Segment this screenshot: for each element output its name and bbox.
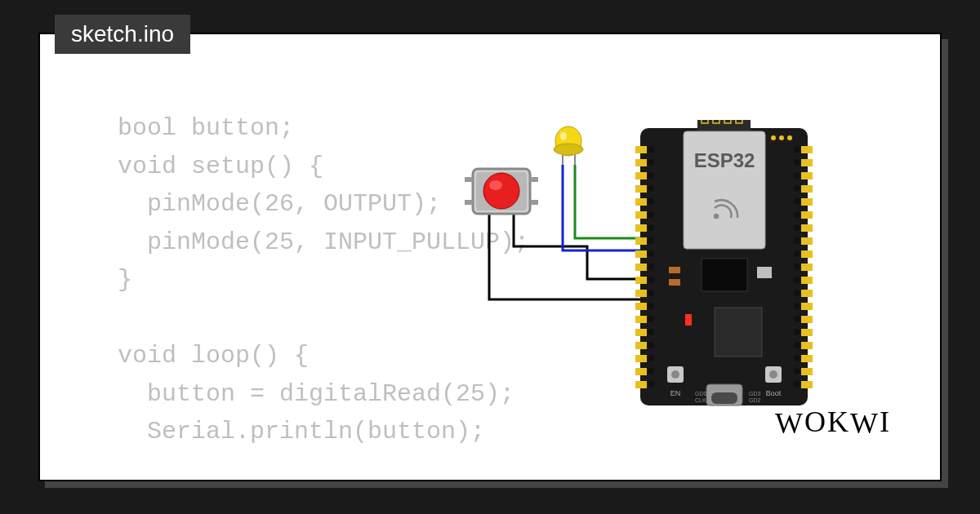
svg-rect-23 (635, 224, 647, 232)
svg-point-92 (794, 381, 800, 388)
svg-rect-63 (801, 250, 813, 258)
svg-rect-17 (635, 146, 647, 153)
en-button[interactable] (667, 366, 684, 383)
svg-point-93 (715, 215, 718, 218)
svg-point-79 (794, 211, 800, 218)
espressif-logo-icon (715, 200, 737, 218)
wire-black-button (514, 214, 653, 279)
svg-text:CLK: CLK (695, 397, 706, 403)
code-line: pinMode(25, INPUT_PULLUP); (118, 228, 529, 256)
svg-rect-34 (635, 368, 647, 375)
svg-rect-15 (640, 128, 808, 405)
svg-point-38 (648, 172, 654, 179)
svg-point-95 (779, 135, 784, 140)
en-button-label: EN (670, 389, 681, 397)
svg-text:GD2: GD2 (749, 397, 761, 403)
svg-point-88 (794, 329, 800, 335)
svg-point-76 (794, 172, 800, 179)
power-led-icon (685, 314, 692, 326)
led-component[interactable] (554, 126, 583, 165)
code-line: pinMode(26, OUTPUT); (118, 190, 441, 218)
svg-text:GD0: GD0 (695, 391, 707, 397)
chip-icon (702, 259, 747, 291)
svg-rect-98 (669, 279, 680, 286)
svg-rect-11 (530, 177, 538, 182)
svg-rect-71 (801, 355, 813, 362)
svg-rect-27 (635, 277, 647, 284)
svg-point-96 (787, 135, 792, 140)
svg-rect-58 (801, 185, 813, 193)
code-editor[interactable]: bool button; void setup() { pinMode(26, … (118, 109, 529, 451)
svg-point-50 (648, 329, 654, 335)
wire-blue-led (563, 165, 653, 250)
svg-rect-61 (801, 224, 813, 232)
svg-point-39 (648, 185, 654, 192)
code-line: button = digitalRead(25); (118, 380, 514, 408)
svg-point-43 (648, 237, 654, 244)
svg-point-46 (648, 277, 654, 283)
pin-row-right (794, 146, 813, 388)
svg-point-74 (794, 146, 800, 153)
brand-logo: WOKWI (775, 405, 891, 439)
code-line: } (118, 266, 132, 294)
svg-point-77 (794, 185, 800, 192)
svg-point-52 (648, 355, 654, 361)
svg-point-83 (794, 264, 800, 270)
svg-rect-31 (635, 329, 647, 336)
svg-rect-25 (635, 250, 647, 258)
svg-rect-62 (801, 237, 813, 245)
svg-point-78 (794, 198, 800, 205)
svg-point-81 (794, 237, 800, 244)
svg-point-3 (554, 144, 583, 155)
svg-rect-69 (801, 329, 813, 336)
svg-rect-102 (711, 392, 737, 404)
svg-point-48 (648, 303, 654, 309)
code-line: void loop() { (118, 342, 309, 370)
svg-rect-32 (635, 342, 647, 349)
svg-rect-16 (640, 144, 653, 389)
svg-point-80 (794, 224, 800, 231)
svg-rect-30 (635, 316, 647, 323)
regulator-chip-icon (715, 308, 762, 357)
svg-text:GD3: GD3 (749, 391, 761, 397)
svg-point-85 (794, 290, 800, 296)
boot-button[interactable] (765, 366, 782, 383)
svg-rect-12 (530, 200, 538, 205)
svg-rect-67 (801, 303, 813, 310)
svg-point-42 (648, 224, 654, 231)
project-card: bool button; void setup() { pinMode(26, … (38, 33, 942, 481)
wire-green-led (575, 165, 653, 238)
svg-rect-35 (635, 381, 647, 388)
esp-module-shield (684, 131, 765, 249)
svg-rect-29 (635, 303, 647, 310)
svg-rect-20 (635, 185, 647, 193)
code-line: bool button; (118, 114, 294, 142)
svg-point-49 (648, 316, 654, 322)
code-line: void setup() { (118, 153, 323, 180)
svg-rect-28 (635, 290, 647, 297)
svg-point-44 (648, 250, 654, 257)
svg-point-2 (555, 126, 581, 156)
svg-rect-55 (801, 146, 813, 153)
svg-point-90 (794, 355, 800, 361)
svg-point-41 (648, 211, 654, 218)
file-tab[interactable]: sketch.ino (55, 15, 190, 54)
svg-point-53 (648, 368, 654, 374)
svg-rect-24 (635, 237, 647, 245)
svg-rect-21 (635, 198, 647, 206)
svg-point-36 (648, 146, 654, 153)
svg-rect-56 (801, 159, 813, 166)
svg-point-100 (671, 370, 679, 379)
svg-point-94 (771, 135, 776, 140)
svg-rect-97 (669, 267, 680, 273)
svg-rect-66 (801, 290, 813, 297)
svg-point-37 (648, 159, 654, 166)
svg-rect-57 (801, 172, 813, 179)
svg-point-89 (794, 342, 800, 348)
svg-point-51 (648, 342, 654, 348)
svg-rect-26 (635, 264, 647, 271)
svg-rect-33 (635, 355, 647, 362)
board-label: ESP32 (694, 149, 755, 171)
esp32-board[interactable]: ESP32 EN Boot (635, 120, 813, 405)
svg-rect-64 (801, 264, 813, 271)
